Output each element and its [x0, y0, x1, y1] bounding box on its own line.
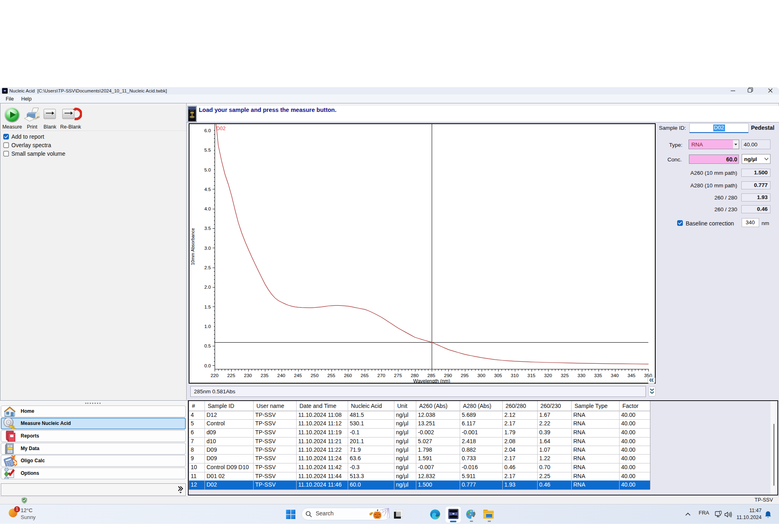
svg-text:340: 340 — [611, 373, 619, 378]
svg-text:300: 300 — [478, 373, 486, 378]
svg-text:230: 230 — [244, 373, 252, 378]
svg-text:4.5: 4.5 — [204, 187, 211, 192]
svg-text:255: 255 — [327, 373, 336, 378]
svg-text:270: 270 — [377, 373, 385, 378]
svg-text:325: 325 — [561, 373, 569, 378]
svg-text:10mm Absorbance: 10mm Absorbance — [190, 228, 195, 265]
svg-text:265: 265 — [361, 373, 369, 378]
svg-text:310: 310 — [511, 373, 519, 378]
svg-text:235: 235 — [260, 373, 269, 378]
svg-text:D02: D02 — [216, 126, 226, 131]
svg-text:1: 1 — [16, 506, 18, 511]
svg-text:225: 225 — [227, 373, 235, 378]
svg-text:295: 295 — [461, 373, 469, 378]
svg-text:345: 345 — [627, 373, 635, 378]
svg-text:0.5: 0.5 — [204, 343, 211, 349]
svg-text:250: 250 — [311, 373, 319, 378]
svg-text:5.0: 5.0 — [204, 167, 211, 173]
svg-text:330: 330 — [577, 373, 585, 378]
svg-text:315: 315 — [527, 373, 536, 378]
svg-text:2.5: 2.5 — [204, 265, 211, 270]
svg-text:0.0: 0.0 — [204, 363, 211, 369]
svg-text:280: 280 — [411, 373, 419, 378]
svg-text:260: 260 — [344, 373, 352, 378]
svg-text:220: 220 — [211, 373, 219, 378]
svg-text:1.0: 1.0 — [204, 324, 211, 329]
svg-text:4.0: 4.0 — [204, 206, 211, 212]
svg-text:320: 320 — [544, 373, 552, 378]
svg-text:335: 335 — [594, 373, 602, 378]
svg-text:240: 240 — [277, 373, 285, 378]
svg-text:285: 285 — [427, 373, 435, 378]
svg-text:245: 245 — [294, 373, 302, 378]
svg-text:3.0: 3.0 — [204, 245, 211, 251]
svg-text:290: 290 — [444, 373, 452, 378]
svg-text:305: 305 — [494, 373, 502, 378]
svg-text:5.5: 5.5 — [204, 147, 211, 153]
svg-text:275: 275 — [394, 373, 402, 378]
svg-text:6.0: 6.0 — [204, 128, 211, 133]
svg-text:1.5: 1.5 — [204, 304, 211, 310]
svg-text:Wavelength (nm): Wavelength (nm) — [413, 378, 450, 384]
svg-text:2.0: 2.0 — [204, 284, 211, 290]
svg-text:3.5: 3.5 — [204, 225, 211, 231]
